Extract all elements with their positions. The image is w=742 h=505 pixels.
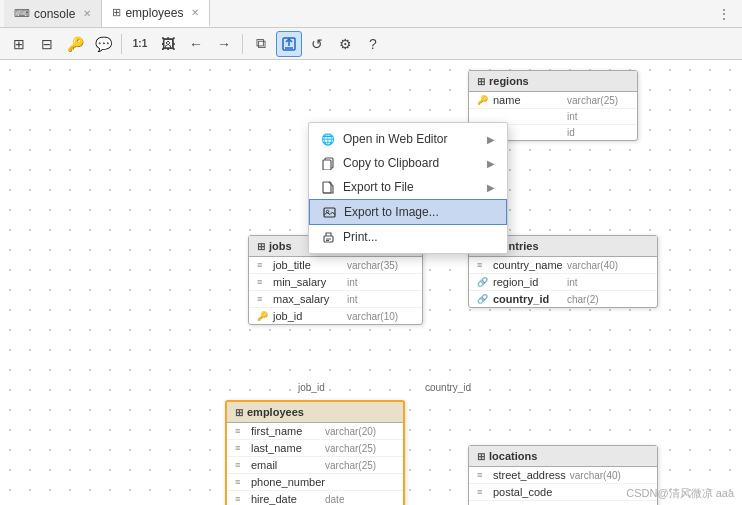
toolbar-help-btn[interactable]: ? bbox=[360, 31, 386, 57]
menu-item-open-web-arrow: ▶ bbox=[487, 134, 495, 145]
field-type: varchar(10) bbox=[347, 311, 398, 322]
menu-item-copy-clipboard-label: Copy to Clipboard bbox=[343, 156, 479, 170]
table-row: ≡ max_salary int bbox=[249, 291, 422, 308]
table-employees-name: employees bbox=[247, 406, 304, 418]
field-type: int bbox=[567, 111, 578, 122]
toolbar-grid-btn[interactable]: ⊞ bbox=[6, 31, 32, 57]
menu-item-open-web[interactable]: 🌐 Open in Web Editor ▶ bbox=[309, 127, 507, 151]
svg-rect-7 bbox=[323, 160, 331, 170]
field-type: int bbox=[347, 294, 358, 305]
field-icon: ≡ bbox=[235, 443, 247, 453]
table-row: ≡ last_name varchar(25) bbox=[227, 440, 403, 457]
field-icon: ≡ bbox=[477, 470, 489, 480]
table-row: ≡ hire_date date bbox=[227, 491, 403, 505]
connectors-svg bbox=[0, 60, 300, 210]
toolbar-export-btn[interactable] bbox=[276, 31, 302, 57]
field-icon: 🔗 bbox=[477, 277, 489, 287]
table-locations-header: ⊞ locations bbox=[469, 446, 657, 467]
table-employees: ⊞ employees ≡ first_name varchar(20) ≡ l… bbox=[225, 400, 405, 505]
tab-employees-close[interactable]: ✕ bbox=[191, 7, 199, 18]
field-icon: ≡ bbox=[235, 494, 247, 504]
toolbar-right-btn[interactable]: → bbox=[211, 31, 237, 57]
toolbar-sep2 bbox=[242, 34, 243, 54]
open-web-icon: 🌐 bbox=[321, 132, 335, 146]
tab-bar-menu[interactable]: ⋮ bbox=[718, 7, 738, 21]
table-row: ≡ country_name varchar(40) bbox=[469, 257, 657, 274]
field-icon: 🔑 bbox=[477, 95, 489, 105]
toolbar-image-btn[interactable]: 🖼 bbox=[155, 31, 181, 57]
tab-console[interactable]: ⌨ console ✕ bbox=[4, 0, 102, 27]
toolbar-key-btn[interactable]: 🔑 bbox=[62, 31, 88, 57]
menu-item-open-web-label: Open in Web Editor bbox=[343, 132, 479, 146]
table-row: 🔗 region_id int bbox=[469, 274, 657, 291]
table-row: ≡ min_salary int bbox=[249, 274, 422, 291]
field-icon: ≡ bbox=[257, 260, 269, 270]
table-jobs-name: jobs bbox=[269, 240, 292, 252]
toolbar: ⊞ ⊟ 🔑 💬 1:1 🖼 ← → ⧉ ↺ ⚙ ? bbox=[0, 28, 742, 60]
field-name: max_salary bbox=[273, 293, 343, 305]
field-name: country_name bbox=[493, 259, 563, 271]
context-menu: 🌐 Open in Web Editor ▶ Copy to Clipboard… bbox=[308, 122, 508, 254]
field-type: int bbox=[347, 277, 358, 288]
label-country-id: country_id bbox=[425, 382, 471, 393]
field-icon: ≡ bbox=[235, 477, 247, 487]
toolbar-settings-btn[interactable]: ⚙ bbox=[332, 31, 358, 57]
field-type: char(2) bbox=[567, 294, 599, 305]
menu-item-print-label: Print... bbox=[343, 230, 495, 244]
field-type: varchar(40) bbox=[570, 470, 621, 481]
toolbar-left-btn[interactable]: ← bbox=[183, 31, 209, 57]
field-name: hire_date bbox=[251, 493, 321, 505]
field-icon: 🔑 bbox=[257, 311, 269, 321]
field-type: id bbox=[567, 127, 575, 138]
toolbar-refresh-btn[interactable]: ↺ bbox=[304, 31, 330, 57]
field-icon: 🔗 bbox=[477, 294, 489, 304]
field-name: email bbox=[251, 459, 321, 471]
table-regions-name: regions bbox=[489, 75, 529, 87]
print-icon bbox=[321, 230, 335, 244]
tab-employees[interactable]: ⊞ employees ✕ bbox=[102, 0, 210, 27]
field-name: min_salary bbox=[273, 276, 343, 288]
field-type: date bbox=[325, 494, 344, 505]
field-icon: ≡ bbox=[235, 426, 247, 436]
toolbar-comment-btn[interactable]: 💬 bbox=[90, 31, 116, 57]
menu-item-copy-clipboard-arrow: ▶ bbox=[487, 158, 495, 169]
field-name: postal_code bbox=[493, 486, 563, 498]
copy-clipboard-icon bbox=[321, 156, 335, 170]
export-file-icon bbox=[321, 180, 335, 194]
menu-item-export-image[interactable]: Export to Image... bbox=[309, 199, 507, 225]
field-icon: ≡ bbox=[257, 277, 269, 287]
field-name: first_name bbox=[251, 425, 321, 437]
toolbar-grid2-btn[interactable]: ⊟ bbox=[34, 31, 60, 57]
toolbar-ratio-btn[interactable]: 1:1 bbox=[127, 31, 153, 57]
tab-employees-label: employees bbox=[125, 6, 183, 20]
field-name: region_id bbox=[493, 276, 563, 288]
field-type: varchar(25) bbox=[567, 95, 618, 106]
menu-item-export-file-label: Export to File bbox=[343, 180, 479, 194]
toolbar-copyschema-btn[interactable]: ⧉ bbox=[248, 31, 274, 57]
field-name: country_id bbox=[493, 293, 563, 305]
field-type: varchar(35) bbox=[347, 260, 398, 271]
table-regions-header: ⊞ regions bbox=[469, 71, 637, 92]
field-type: varchar(40) bbox=[567, 260, 618, 271]
field-name: phone_number bbox=[251, 476, 325, 488]
table-row: 🔑 job_id varchar(10) bbox=[249, 308, 422, 324]
table-row: ≡ phone_number bbox=[227, 474, 403, 491]
field-type: varchar(25) bbox=[325, 460, 376, 471]
table-locations-name: locations bbox=[489, 450, 537, 462]
menu-item-export-file-arrow: ▶ bbox=[487, 182, 495, 193]
table-row: ≡ job_title varchar(35) bbox=[249, 257, 422, 274]
tab-bar: ⌨ console ✕ ⊞ employees ✕ ⋮ bbox=[0, 0, 742, 28]
field-icon: ≡ bbox=[477, 260, 489, 270]
menu-item-print[interactable]: Print... bbox=[309, 225, 507, 249]
field-name: job_title bbox=[273, 259, 343, 271]
toolbar-sep1 bbox=[121, 34, 122, 54]
label-job-id: job_id bbox=[298, 382, 325, 393]
menu-item-copy-clipboard[interactable]: Copy to Clipboard ▶ bbox=[309, 151, 507, 175]
tab-console-close[interactable]: ✕ bbox=[83, 8, 91, 19]
table-row: ≡ street_address varchar(40) bbox=[469, 467, 657, 484]
field-name: last_name bbox=[251, 442, 321, 454]
field-icon: ≡ bbox=[477, 487, 489, 497]
menu-item-export-file[interactable]: Export to File ▶ bbox=[309, 175, 507, 199]
watermark: CSDN@清风微凉 aaa bbox=[626, 486, 734, 501]
field-name: name bbox=[493, 94, 563, 106]
